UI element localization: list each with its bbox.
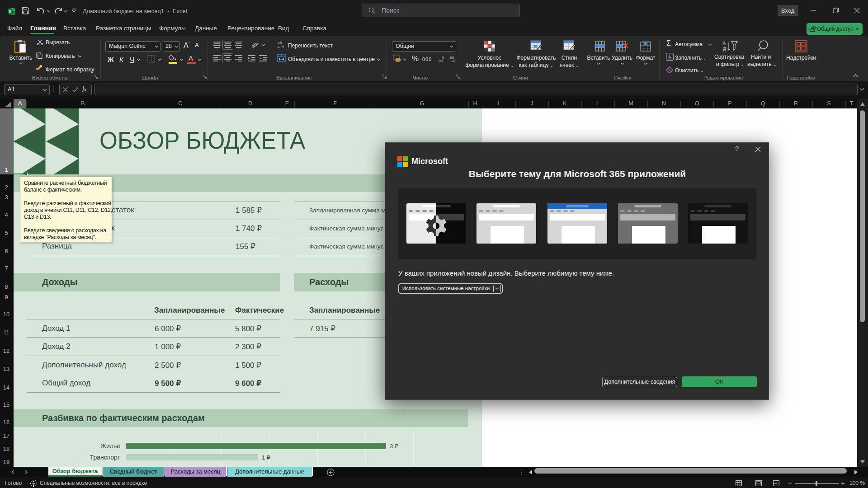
svg-text:ab: ab [251,42,258,48]
svg-text:А: А [722,40,726,47]
svg-text:X: X [9,9,11,14]
svg-text:.00: .00 [438,59,443,63]
svg-text:Я: Я [722,47,726,52]
svg-text:→0: →0 [450,59,456,63]
